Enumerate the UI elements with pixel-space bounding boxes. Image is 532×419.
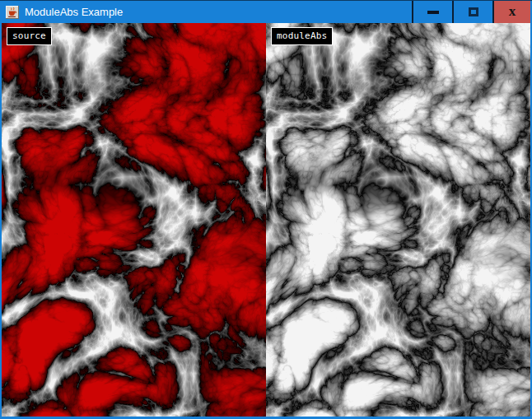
java-coffee-cup-icon <box>6 6 19 19</box>
maximize-button[interactable] <box>454 1 492 23</box>
source-label: source <box>7 27 52 45</box>
titlebar[interactable]: ModuleAbs Example x <box>0 0 532 23</box>
minimize-button[interactable] <box>413 1 452 23</box>
app-window: ModuleAbs Example x source moduleAbs <box>0 0 532 419</box>
close-icon: x <box>509 4 516 18</box>
panel-source: source <box>2 23 266 417</box>
caption-buttons: x <box>412 1 530 23</box>
maximize-icon <box>469 7 478 16</box>
close-button[interactable]: x <box>494 1 530 23</box>
panel-moduleabs: moduleAbs <box>266 23 530 417</box>
minimize-icon <box>427 11 439 14</box>
source-noise-image <box>2 23 266 417</box>
window-title: ModuleAbs Example <box>25 6 412 18</box>
moduleabs-noise-image <box>266 23 530 417</box>
content-area: source moduleAbs <box>2 23 530 417</box>
moduleabs-label: moduleAbs <box>271 27 333 45</box>
